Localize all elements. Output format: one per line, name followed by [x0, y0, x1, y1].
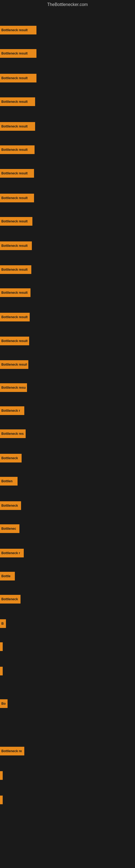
bar-label-15: Bottleneck result [1, 363, 27, 367]
bar-label-3: Bottleneck result [1, 76, 28, 80]
bar-label-19: Bottleneck [1, 456, 18, 460]
bar-item-8: Bottleneck result [0, 194, 34, 203]
bar-item-32 [0, 796, 3, 804]
bar-item-31 [0, 771, 3, 780]
bar-label-11: Bottleneck result [1, 268, 28, 272]
bar-item-10: Bottleneck result [0, 241, 32, 250]
bar-label-14: Bottleneck result [1, 339, 28, 343]
bar-label-20: Bottlen [1, 479, 12, 483]
bar-label-9: Bottleneck result [1, 219, 28, 223]
bar-label-16: Bottleneck resul [1, 386, 26, 390]
bar-item-5: Bottleneck result [0, 122, 35, 131]
bar-item-27 [0, 642, 3, 651]
bar-item-30: Bottleneck re [0, 747, 24, 755]
bar-item-19: Bottleneck [0, 454, 21, 463]
bar-label-30: Bottleneck re [1, 749, 22, 753]
bar-label-7: Bottleneck result [1, 172, 28, 175]
bar-label-26: B [1, 622, 4, 625]
bar-label-4: Bottleneck result [1, 100, 28, 104]
bar-item-20: Bottlen [0, 477, 17, 486]
bar-item-16: Bottleneck resul [0, 383, 27, 392]
site-title: TheBottlenecker.com [0, 0, 135, 10]
bar-item-26: B [0, 619, 6, 628]
page-wrapper: TheBottlenecker.com Bottleneck resultBot… [0, 0, 135, 868]
bar-label-1: Bottleneck result [1, 28, 28, 32]
bar-label-23: Bottleneck r [1, 551, 20, 555]
bar-label-21: Bottleneck [1, 504, 18, 507]
bar-item-21: Bottleneck [0, 501, 21, 510]
bar-item-1: Bottleneck result [0, 26, 37, 34]
bar-item-14: Bottleneck result [0, 337, 29, 345]
bar-label-10: Bottleneck result [1, 244, 28, 248]
bar-item-4: Bottleneck result [0, 97, 35, 106]
bar-item-6: Bottleneck result [0, 145, 35, 154]
bar-label-6: Bottleneck result [1, 148, 28, 152]
bar-item-25: Bottleneck [0, 595, 20, 603]
bar-label-5: Bottleneck result [1, 124, 28, 128]
bar-label-2: Bottleneck result [1, 52, 28, 55]
bar-label-22: Bottlenec [1, 527, 16, 531]
bar-label-17: Bottleneck r [1, 409, 20, 412]
bars-container: Bottleneck resultBottleneck resultBottle… [0, 10, 135, 865]
bar-item-13: Bottleneck result [0, 313, 30, 321]
bar-item-7: Bottleneck result [0, 169, 34, 178]
bar-item-28 [0, 667, 3, 675]
bar-label-8: Bottleneck result [1, 196, 28, 200]
bar-label-29: Bo [1, 702, 6, 706]
bar-label-13: Bottleneck result [1, 315, 28, 319]
bar-item-3: Bottleneck result [0, 74, 37, 83]
bar-item-18: Bottleneck res [0, 429, 26, 438]
bar-item-17: Bottleneck r [0, 406, 24, 415]
bar-item-15: Bottleneck result [0, 360, 28, 369]
bar-label-18: Bottleneck res [1, 432, 24, 436]
bar-item-24: Bottle [0, 572, 15, 581]
bar-item-11: Bottleneck result [0, 265, 31, 274]
bar-item-12: Bottleneck result [0, 288, 31, 297]
bar-label-12: Bottleneck result [1, 291, 28, 294]
bar-item-29: Bo [0, 699, 8, 708]
bar-label-25: Bottleneck [1, 597, 18, 601]
bar-label-24: Bottle [1, 574, 10, 578]
bar-item-22: Bottlenec [0, 524, 19, 533]
bar-item-23: Bottleneck r [0, 549, 24, 557]
bar-item-2: Bottleneck result [0, 49, 37, 58]
bar-item-9: Bottleneck result [0, 217, 32, 226]
